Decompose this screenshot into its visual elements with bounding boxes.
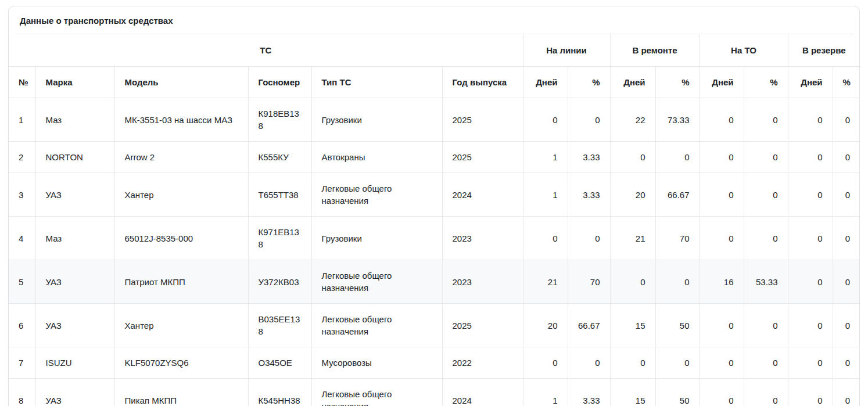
table-cell: О345ОЕ [248,347,311,379]
table-cell: 21 [523,260,568,304]
table-row[interactable]: 2NORTONArrow 2К555КУАвтокраны202513.3300… [9,142,860,173]
table-row[interactable]: 8УАЗПикап МКППК545НН38Легковые общего на… [9,379,860,406]
table-cell: 4 [9,217,35,260]
table-cell: 0 [655,142,700,173]
table-cell: Легковые общего назначения [311,379,442,406]
table-cell: 0 [788,142,833,173]
table-cell: 15 [610,304,655,347]
table-cell: 0 [744,379,788,406]
table-cell: 66.67 [655,173,700,217]
table-cell: УАЗ [35,260,114,304]
column-header: Марка [35,67,114,98]
table-cell: Автокраны [311,142,442,173]
table-cell: МК-3551-03 на шасси МАЗ [114,98,248,142]
table-cell: К545НН38 [248,379,311,406]
table-cell: 65012J-8535-000 [114,217,248,260]
table-cell: 0 [610,260,655,304]
table-cell: 0 [568,347,610,379]
table-cell: 1 [9,98,35,142]
table-cell: 8 [9,379,35,406]
table-cell: УАЗ [35,379,114,406]
table-cell: 0 [788,173,833,217]
table-cell: 50 [655,304,700,347]
table-cell: 0 [523,98,568,142]
table-cell: 0 [700,142,744,173]
table-cell: 0 [700,379,744,406]
column-header-row: №МаркаМодельГосномерТип ТСГод выпускаДне… [9,67,860,98]
column-header: % [568,67,610,98]
table-cell: Мусоровозы [311,347,442,379]
table-cell: 0 [744,98,788,142]
table-cell: 0 [833,379,860,406]
table-row[interactable]: 7ISUZUKLF5070ZYSQ6О345ОЕМусоровозы202200… [9,347,860,379]
table-cell: Патриот МКПП [114,260,248,304]
table-cell: 7 [9,347,35,379]
group-header: В ремонте [610,34,700,67]
table-cell: 20 [523,304,568,347]
card-title: Данные о транспортных средствах [20,16,173,26]
table-cell: 5 [9,260,35,304]
table-row[interactable]: 6УАЗХантерВ035ЕЕ138Легковые общего назна… [9,304,860,347]
column-header: № [9,67,35,98]
table-cell: К971ЕВ138 [248,217,311,260]
table-cell: Легковые общего назначения [311,173,442,217]
table-row[interactable]: 3УАЗХантерТ655ТТ38Легковые общего назнач… [9,173,860,217]
table-cell: 0 [788,379,833,406]
table-cell: Маз [35,98,114,142]
table-cell: 0 [523,347,568,379]
table-cell: Легковые общего назначения [311,304,442,347]
table-cell: 2023 [442,217,523,260]
group-header: На линии [523,34,610,67]
table-cell: Грузовики [311,217,442,260]
table-row[interactable]: 1МазМК-3551-03 на шасси МАЗК918ЕВ138Груз… [9,98,860,142]
table-row[interactable]: 5УАЗПатриот МКППУ372КВ03Легковые общего … [9,260,860,304]
column-header: Госномер [248,67,311,98]
table-cell: 0 [568,217,610,260]
table-cell: 0 [833,304,860,347]
table-cell: 0 [788,98,833,142]
table-cell: Легковые общего назначения [311,260,442,304]
table-cell: Грузовики [311,98,442,142]
table-cell: 2022 [442,347,523,379]
table-cell: Хантер [114,173,248,217]
column-header: Модель [114,67,248,98]
table-cell: 66.67 [568,304,610,347]
table-cell: 0 [833,173,860,217]
table-cell: 0 [568,98,610,142]
table-cell: 0 [700,217,744,260]
table-body: 1МазМК-3551-03 на шасси МАЗК918ЕВ138Груз… [9,98,860,406]
table-cell: 73.33 [655,98,700,142]
table-cell: 2025 [442,304,523,347]
table-cell: 3.33 [568,379,610,406]
vehicle-data-card: Данные о транспортных средствах ТСНа лин… [8,6,860,406]
table-cell: 0 [833,217,860,260]
group-header: ТС [9,34,523,67]
table-cell: 0 [744,304,788,347]
column-header: Дней [523,67,568,98]
table-cell: NORTON [35,142,114,173]
table-cell: 0 [610,347,655,379]
table-cell: 20 [610,173,655,217]
column-header: Дней [788,67,833,98]
column-header: Тип ТС [311,67,442,98]
table-cell: 0 [655,260,700,304]
table-cell: 21 [610,217,655,260]
table-cell: УАЗ [35,304,114,347]
table-cell: KLF5070ZYSQ6 [114,347,248,379]
table-cell: 0 [788,304,833,347]
table-cell: 0 [655,347,700,379]
table-cell: 70 [568,260,610,304]
table-cell: 50 [655,379,700,406]
table-row[interactable]: 4Маз65012J-8535-000К971ЕВ138Грузовики202… [9,217,860,260]
table-cell: 0 [833,347,860,379]
table-cell: Хантер [114,304,248,347]
table-cell: 2 [9,142,35,173]
table-cell: 3 [9,173,35,217]
table-cell: 0 [744,217,788,260]
table-cell: 1 [523,142,568,173]
table-cell: 0 [788,217,833,260]
table-cell: 2023 [442,260,523,304]
table-cell: 0 [744,142,788,173]
column-header: Год выпуска [442,67,523,98]
table-cell: К555КУ [248,142,311,173]
